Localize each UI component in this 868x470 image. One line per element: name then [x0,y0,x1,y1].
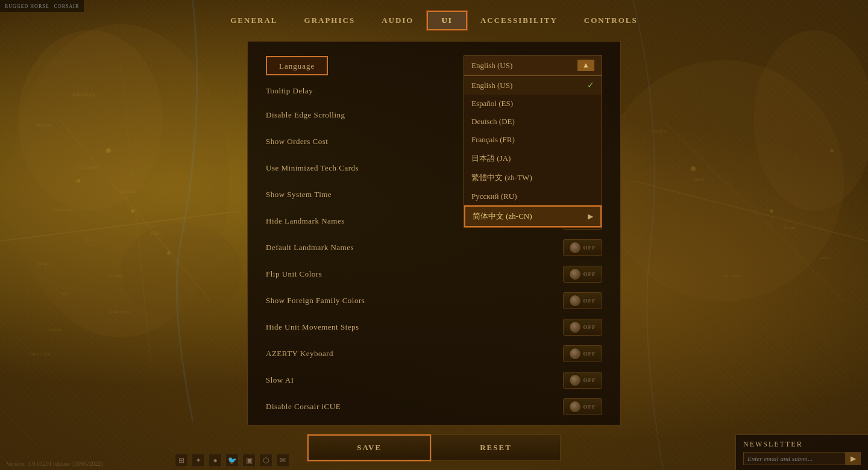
language-option-en-us[interactable]: English (US) ✓ [464,76,602,95]
hide-unit-movement-steps-row: Hide Unit Movement Steps OFF [248,314,620,340]
show-foreign-family-colors-control: OFF [563,292,602,309]
hide-unit-movement-steps-toggle[interactable]: OFF [563,319,602,336]
newsletter-email-input[interactable] [743,452,846,465]
language-option-de[interactable]: Deutsch (DE) [464,113,602,131]
svg-text:diyan: diyan [784,224,796,230]
tab-accessibility[interactable]: ACCESSIBILITY [467,11,571,30]
tab-controls[interactable]: CONTROLS [571,11,651,30]
slow-ai-toggle[interactable]: OFF [563,372,602,389]
flip-unit-colors-label: Flip Unit Colors [266,269,563,279]
tooltip-delay-label: Tooltip Delay [266,86,482,96]
newsletter-section: Newsletter ▶ [735,434,868,470]
show-foreign-family-colors-toggle[interactable]: OFF [563,292,602,309]
disable-corsair-icue-control: OFF [563,398,602,415]
svg-text:filisu: filisu [151,230,162,236]
slow-ai-label: Slow AI [266,375,563,385]
hide-hex-grid-row: Hide Hex Grid OFF [248,420,620,425]
language-label: Language [279,61,315,70]
svg-text:kostantinu: kostantinu [108,309,131,315]
disable-corsair-icue-row: Disable Corsair iCUE OFF [248,393,620,420]
azerty-keyboard-label: AZERTY Keyboard [266,349,563,359]
language-option-zh-tw-label: 繁體中文 (zh-TW) [471,172,532,183]
flip-unit-colors-row: Flip Unit Colors OFF [248,261,620,287]
reset-button[interactable]: Reset [431,434,561,461]
svg-text:omur: omur [693,176,705,182]
dropdown-arrow-icon[interactable]: ▲ [577,60,594,71]
newsletter-send-button[interactable]: ▶ [846,452,861,465]
top-logos-bar: RUGGED HORSE CORSAIR [0,0,84,12]
tab-ui[interactable]: UI [427,11,467,30]
disable-corsair-icue-toggle[interactable]: OFF [563,398,602,415]
settings-content: Language English (US) ▲ English (US) ✓ E… [247,41,621,425]
svg-point-27 [691,166,696,171]
default-landmark-names-control: OFF [563,239,602,256]
toggle-knob-icon [570,348,580,359]
social-icon-2[interactable]: ✦ [192,454,205,467]
svg-text:kalimria: kalimria [54,206,72,212]
language-option-ru[interactable]: Русский (RU) [464,187,602,205]
language-dropdown-selected[interactable]: English (US) ▲ [464,55,602,75]
toggle-knob-icon [570,295,580,306]
disable-corsair-icue-value: OFF [583,404,596,410]
svg-point-8 [77,179,80,183]
social-icon-twitter[interactable]: 🐦 [225,454,239,467]
save-button[interactable]: Save [307,434,431,461]
svg-text:damala: damala [121,188,136,194]
svg-text:mesah: mesah [36,260,50,266]
svg-point-28 [770,209,773,213]
hide-unit-movement-steps-label: Hide Unit Movement Steps [266,322,563,332]
flip-unit-colors-toggle[interactable]: OFF [563,266,602,283]
azerty-keyboard-control: OFF [563,345,602,362]
social-icon-reddit[interactable]: ● [209,454,222,467]
newsletter-input-row: ▶ [743,452,861,465]
toggle-knob-icon [570,242,580,253]
language-option-ja-label: 日本語 (JA) [471,153,511,164]
azerty-keyboard-value: OFF [583,351,596,357]
language-selected-value: English (US) [471,61,512,70]
tab-graphics[interactable]: GRAPHICS [291,11,369,30]
svg-text:rudast: rudast [48,327,61,333]
language-option-fr[interactable]: Français (FR) [464,131,602,149]
toggle-knob-icon [570,269,580,280]
language-option-es-label: Español (ES) [471,99,513,108]
language-dropdown[interactable]: English (US) ▲ English (US) ✓ Español (E… [464,55,602,75]
svg-text:baraklibu: baraklibu [30,351,51,357]
default-landmark-names-toggle[interactable]: OFF [563,239,602,256]
default-landmark-names-label: Default Landmark Names [266,243,563,252]
hide-unit-movement-steps-control: OFF [563,319,602,336]
language-option-fr-label: Français (FR) [471,135,515,145]
language-option-es[interactable]: Español (ES) [464,95,602,113]
svg-text:dakalman: dakalman [72,91,96,98]
svg-point-1 [18,30,163,211]
tab-audio[interactable]: AUDIO [368,11,427,30]
social-icon-1[interactable]: ⊞ [175,454,188,467]
flip-unit-colors-control: OFF [563,266,602,283]
toggle-knob-icon [570,375,580,386]
default-landmark-names-row: Default Landmark Names OFF [248,234,620,261]
svg-text:batira: batira [84,236,97,242]
tab-general[interactable]: GENERAL [217,11,291,30]
language-option-zh-cn[interactable]: 简体中文 (zh-CN) ▶ [464,205,602,227]
azerty-keyboard-toggle[interactable]: OFF [563,345,602,362]
language-option-ru-label: Русский (RU) [471,192,517,201]
language-option-ja[interactable]: 日本語 (JA) [464,149,602,168]
tab-navigation: GENERAL GRAPHICS AUDIO UI ACCESSIBILITY … [247,6,621,35]
show-foreign-family-colors-row: Show Foreign Family Colors OFF [248,287,620,314]
language-option-zh-tw[interactable]: 繁體中文 (zh-TW) [464,168,602,187]
language-option-zh-cn-label: 简体中文 (zh-CN) [473,211,532,222]
language-label-box: Language [266,56,328,75]
language-option-de-label: Deutsch (DE) [471,117,515,127]
flip-unit-colors-value: OFF [583,271,596,277]
azerty-keyboard-row: AZERTY Keyboard OFF [248,340,620,367]
svg-text:abraduu: abraduu [723,272,741,278]
disable-corsair-icue-label: Disable Corsair iCUE [266,402,563,412]
svg-point-29 [830,149,834,152]
studio2-logo: CORSAIR [54,4,80,9]
svg-text:abidun: abidun [36,122,51,128]
svg-text:subui: subui [820,254,832,260]
slow-ai-control: OFF [563,372,602,389]
language-setting-row: Language English (US) ▲ English (US) ✓ E… [248,51,620,80]
studio1-logo: RUGGED HORSE [5,4,49,9]
bottom-buttons: Save Reset [247,425,621,464]
checkmark-icon: ✓ [587,80,594,90]
